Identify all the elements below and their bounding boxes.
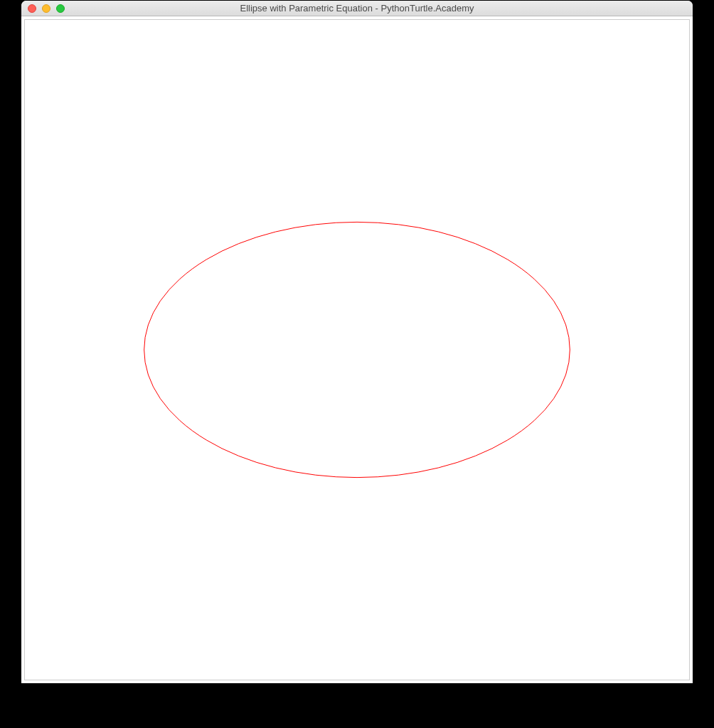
titlebar[interactable]: Ellipse with Parametric Equation - Pytho…	[21, 1, 693, 16]
canvas-container	[21, 16, 693, 683]
window-controls	[21, 1, 65, 16]
turtle-canvas	[24, 19, 690, 680]
ellipse-shape	[144, 222, 570, 477]
window-title: Ellipse with Parametric Equation - Pytho…	[21, 3, 693, 14]
app-window: Ellipse with Parametric Equation - Pytho…	[21, 1, 693, 683]
maximize-icon[interactable]	[56, 4, 65, 13]
minimize-icon[interactable]	[42, 4, 50, 13]
drawing-surface	[25, 20, 689, 680]
close-icon[interactable]	[28, 4, 36, 13]
